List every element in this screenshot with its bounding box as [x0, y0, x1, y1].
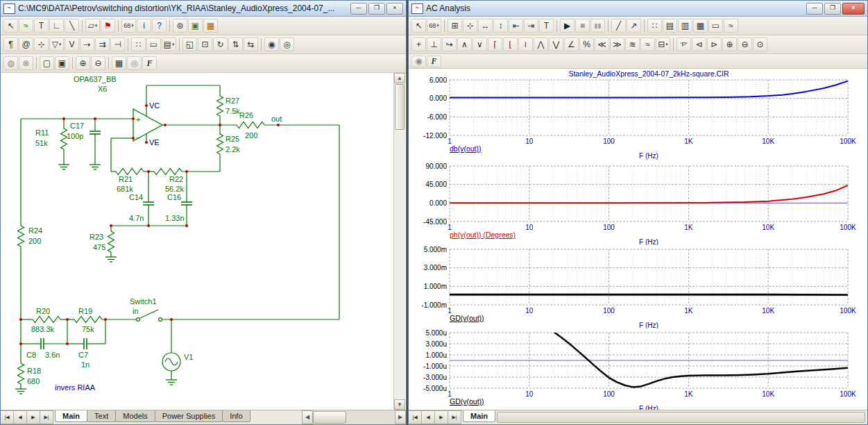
select-tool-icon[interactable]: ↖ [3, 19, 18, 33]
mode-select-box-icon[interactable]: ◱ [182, 38, 197, 51]
tab-power-supplies[interactable]: Power Supplies [155, 410, 223, 422]
scroll-down-button[interactable]: ▼ [394, 399, 405, 410]
wave-forward-icon[interactable]: ≫ [610, 38, 624, 51]
dropdown-arrow-icon[interactable]: ▾ [131, 23, 134, 28]
trace-label[interactable]: ph(v(out)) (Degrees) [450, 231, 516, 239]
valley-icon[interactable]: ∨ [473, 38, 487, 51]
horizontal-scroll-track[interactable] [346, 410, 395, 424]
window-tile-icon[interactable]: ▣ [188, 19, 203, 33]
pin-connections-icon[interactable]: ⊹ [34, 38, 49, 51]
switch-lever[interactable] [140, 310, 158, 318]
node-numbers-icon[interactable]: ▽▾ [49, 38, 64, 51]
tab-info[interactable]: Info [222, 410, 250, 422]
chart-db[interactable]: 1101001K10K100K6.0000.000-6.000-12.000St… [411, 69, 860, 162]
trace-label[interactable]: GD(v(out)) [450, 314, 484, 322]
first-tab-button[interactable]: |◀ [409, 410, 422, 424]
zoom-out-icon[interactable]: ⊖ [738, 38, 752, 51]
rotate-icon[interactable]: ↻ [213, 38, 228, 51]
last-tab-button[interactable]: ▶| [40, 410, 53, 424]
next-point-icon[interactable]: ↪ [442, 38, 457, 51]
vertical-scroll-thumb[interactable] [395, 84, 405, 130]
resistor-R19[interactable] [74, 317, 102, 323]
trace-gd-m[interactable] [450, 294, 848, 295]
trace-gd-u[interactable] [543, 328, 848, 387]
next-tab-button[interactable]: ▶ [435, 410, 448, 424]
resistor-R22[interactable] [154, 169, 182, 175]
pause-button[interactable]: ▮▮ [590, 19, 605, 33]
envelope-icon[interactable]: ≈ [640, 38, 655, 51]
grid-text-icon[interactable]: ¶ [3, 38, 18, 51]
grid-toggle-icon[interactable]: ∷ [131, 38, 146, 51]
previous-tab-button[interactable]: ◀ [422, 410, 435, 424]
trace-ph[interactable] [450, 185, 848, 203]
cursor-lock-icon[interactable]: ⊥ [427, 38, 441, 51]
switch-terminal[interactable] [159, 318, 162, 322]
overlay-icon[interactable]: ≋ [625, 38, 640, 51]
resistor-R21[interactable] [116, 169, 144, 175]
wave-back-icon[interactable]: ≪ [595, 38, 609, 51]
flag-tool-icon[interactable]: ⚑ [101, 19, 115, 33]
high-icon[interactable]: ⌈ [488, 38, 502, 51]
resistor-R20[interactable] [33, 317, 60, 323]
resistor-R25[interactable] [217, 134, 223, 154]
vertical-scroll-track[interactable] [394, 131, 405, 399]
vertical-scrollbar[interactable]: ▲ ▼ [393, 73, 405, 410]
component-menu-icon[interactable]: 68▾ [121, 19, 136, 33]
data-points-icon[interactable]: ∷ [647, 19, 662, 33]
maximize-button[interactable]: ❐ [368, 3, 385, 15]
previous-tab-button[interactable]: ◀ [14, 410, 27, 424]
graph-menu-icon[interactable]: ⊟▾ [656, 38, 670, 51]
resistor-R27[interactable] [217, 96, 223, 116]
graphics-tools-icon[interactable]: ▱▾ [85, 19, 100, 33]
baseline-icon[interactable]: ▭ [708, 19, 723, 33]
ac-analysis-titlebar[interactable]: ~ AC Analysis ─ ❐ × [409, 1, 867, 17]
pan-mode-icon[interactable]: + [411, 38, 426, 51]
formula-text-icon[interactable]: F [427, 56, 441, 67]
resistor-R23[interactable] [108, 231, 114, 252]
trace-db[interactable] [450, 81, 848, 98]
arrow-tool-icon[interactable]: ↗ [627, 19, 641, 33]
low-icon[interactable]: ⌊ [503, 38, 518, 51]
scroll-left-button[interactable]: ◀ [302, 410, 313, 424]
horizontal-scroll-thumb[interactable] [313, 411, 346, 424]
waveform-probe-icon[interactable]: ≈ [19, 19, 33, 33]
scroll-up-button[interactable]: ▲ [394, 73, 405, 83]
zoom-in-icon[interactable]: ⊕ [76, 56, 90, 70]
globe-icon[interactable]: ◎ [127, 56, 142, 70]
tab-models[interactable]: Models [115, 410, 155, 422]
run-button[interactable]: ▶ [560, 19, 575, 33]
title-block-icon[interactable]: ▤▾ [162, 38, 176, 51]
dropdown-arrow-icon[interactable]: ▾ [172, 42, 175, 47]
copy-picture-icon[interactable]: ▢ [40, 56, 54, 70]
flip-horizontal-icon[interactable]: ⇆ [244, 38, 258, 51]
global-high-icon[interactable]: ⋀ [534, 38, 548, 51]
next-tab-button[interactable]: ▶ [27, 410, 40, 424]
tag-x-icon[interactable]: ⇤ [509, 19, 523, 33]
find-icon[interactable]: ◉ [264, 38, 279, 51]
dropdown-arrow-icon[interactable]: ▾ [95, 23, 98, 28]
zoom-window-icon[interactable]: ⊡ [198, 38, 212, 51]
dropdown-arrow-icon[interactable]: ▾ [665, 42, 668, 47]
help-info-icon[interactable]: ◍ [3, 56, 18, 70]
chart-ph[interactable]: 1101001K10K100K90.00045.0000.000-45.000p… [411, 162, 860, 245]
first-tab-button[interactable]: |◀ [1, 410, 14, 424]
horizontal-grid-icon[interactable]: ▥ [678, 19, 692, 33]
line-tool-icon[interactable]: ╱ [611, 19, 626, 33]
tab-text[interactable]: Text [87, 410, 116, 422]
scroll-right-button[interactable]: ▶ [395, 410, 406, 424]
resistor-R24[interactable] [18, 226, 24, 247]
trace-label[interactable]: GD(v(out)) [450, 397, 484, 406]
periodic-steady-state-icon[interactable]: 'P' [676, 38, 691, 51]
tracker-icon[interactable]: ≈ [724, 19, 738, 33]
minimize-button[interactable]: ─ [350, 3, 367, 15]
tab-main[interactable]: Main [55, 410, 87, 422]
resistor-R26[interactable] [237, 122, 264, 128]
schematic-window-titlebar[interactable]: ~ C:\MC9\DATA\Petrov\switching distortio… [1, 1, 406, 17]
dropdown-arrow-icon[interactable]: ▾ [436, 23, 439, 28]
chart-gd-m[interactable]: 1101001K10K100K5.000m3.000m1.000m-1.000m… [411, 245, 860, 328]
switch-terminal[interactable] [137, 318, 140, 322]
dropdown-arrow-icon[interactable]: ▾ [59, 42, 62, 47]
current-display-icon[interactable]: ⇢ [80, 38, 94, 51]
wire-mode-icon[interactable]: ∟ [49, 19, 64, 33]
zoom-in-icon[interactable]: ⊕ [722, 38, 737, 51]
